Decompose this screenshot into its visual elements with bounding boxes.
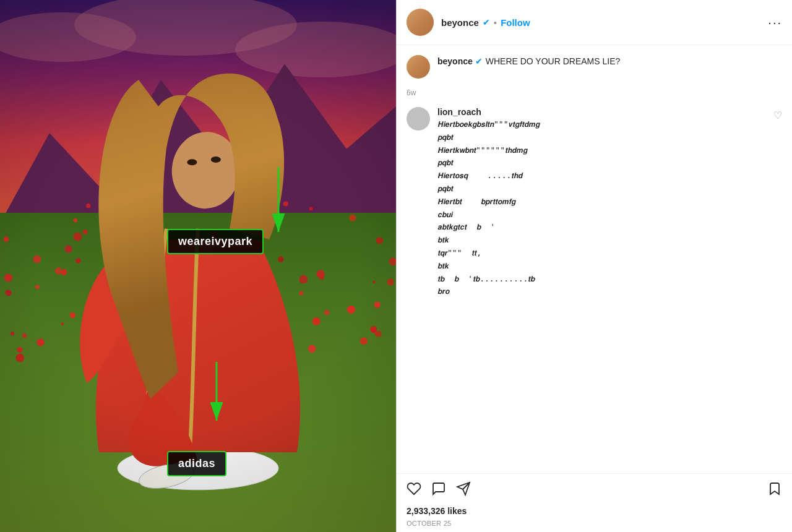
caption-avatar bbox=[407, 55, 430, 79]
caption-timestamp: 6w bbox=[407, 88, 782, 97]
comment-row: lion_roach 𝙃𝙞𝙚𝙧𝙩𝙗𝙤𝙚𝙠𝙜𝙗𝙨𝙡𝙩𝙣"""𝙫𝙩𝙜𝙛𝙩𝙙𝙢𝙜 𝙥𝙦… bbox=[407, 107, 782, 298]
post-header: beyonce ✔ • Follow ··· bbox=[397, 0, 792, 45]
comment-heart-button[interactable]: ♡ bbox=[773, 109, 782, 121]
avatar bbox=[407, 9, 434, 36]
action-icons bbox=[407, 481, 782, 500]
verified-icon: ✔ bbox=[483, 17, 490, 27]
bookmark-button[interactable] bbox=[767, 481, 782, 500]
dot-separator: • bbox=[494, 17, 497, 28]
heart-icon bbox=[407, 481, 421, 496]
avatar-image bbox=[407, 9, 434, 36]
share-icon bbox=[456, 481, 471, 496]
right-panel: beyonce ✔ • Follow ··· beyonce ✔ WHERE D… bbox=[396, 0, 792, 532]
comment-icon bbox=[431, 481, 446, 496]
commenter-username[interactable]: lion_roach bbox=[437, 107, 766, 117]
like-button[interactable] bbox=[407, 481, 421, 500]
bookmark-icon bbox=[767, 481, 782, 496]
caption-verified-icon: ✔ bbox=[475, 56, 483, 66]
header-username[interactable]: beyonce bbox=[441, 17, 479, 28]
share-button[interactable] bbox=[456, 481, 471, 500]
comment-body: lion_roach 𝙃𝙞𝙚𝙧𝙩𝙗𝙤𝙚𝙠𝙜𝙗𝙨𝙡𝙩𝙣"""𝙫𝙩𝙜𝙛𝙩𝙙𝙢𝙜 𝙥𝙦… bbox=[437, 107, 766, 298]
post-image: weareivypark adidas bbox=[0, 0, 396, 532]
caption-content: WHERE DO YOUR DREAMS LIE? bbox=[486, 56, 621, 66]
commenter-avatar bbox=[407, 107, 430, 131]
caption-row: beyonce ✔ WHERE DO YOUR DREAMS LIE? bbox=[407, 55, 782, 79]
header-info: beyonce ✔ • Follow bbox=[441, 17, 763, 28]
comment-text: 𝙃𝙞𝙚𝙧𝙩𝙗𝙤𝙚𝙠𝙜𝙗𝙨𝙡𝙩𝙣"""𝙫𝙩𝙜𝙛𝙩𝙙𝙢𝙜 𝙥𝙦𝙗𝙩 𝙃𝙞𝙚𝙧𝙩𝙠𝙬𝙗… bbox=[437, 118, 766, 298]
actions-bar: 2,933,326 likes OCTOBER 25 bbox=[397, 473, 792, 532]
caption-text: beyonce ✔ WHERE DO YOUR DREAMS LIE? bbox=[437, 55, 782, 68]
comment-button[interactable] bbox=[431, 481, 446, 500]
caption-username[interactable]: beyonce bbox=[437, 56, 473, 66]
more-options-button[interactable]: ··· bbox=[768, 15, 782, 30]
post-date: OCTOBER 25 bbox=[407, 520, 782, 527]
comments-section: beyonce ✔ WHERE DO YOUR DREAMS LIE? 6w l… bbox=[397, 45, 792, 473]
likes-count: 2,933,326 likes bbox=[407, 506, 782, 516]
follow-button[interactable]: Follow bbox=[501, 17, 530, 28]
